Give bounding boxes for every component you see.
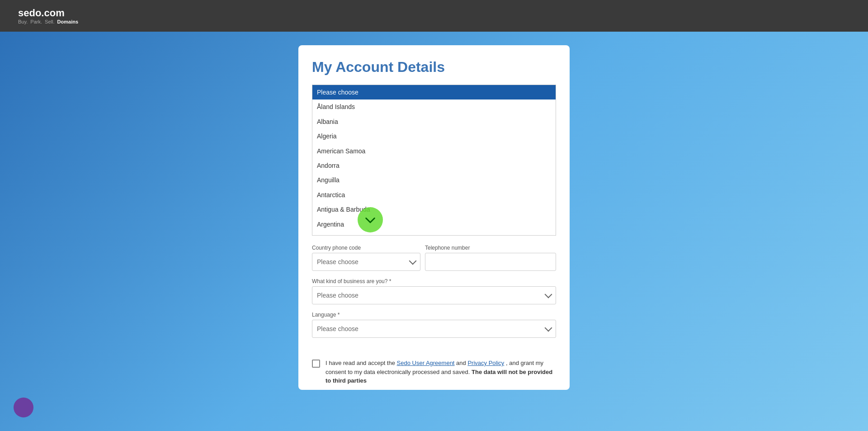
business-type-label: What kind of business are you? * bbox=[312, 278, 556, 284]
header: sedo.com Buy. Park. Sell. Domains bbox=[0, 0, 868, 32]
option-please-choose[interactable]: Please choose bbox=[312, 85, 556, 99]
chevron-down-icon bbox=[545, 291, 552, 298]
option-aland-islands[interactable]: Åland Islands bbox=[312, 99, 556, 114]
phone-code-group: Country phone code Please choose bbox=[312, 245, 420, 271]
logo-tagline: Buy. Park. Sell. Domains bbox=[18, 19, 78, 24]
main-content: My Account Details Please choose Åland I… bbox=[0, 32, 868, 390]
purple-indicator bbox=[14, 398, 33, 417]
option-anguilla[interactable]: Anguilla bbox=[312, 173, 556, 187]
option-albania[interactable]: Albania bbox=[312, 114, 556, 129]
terms-row: I have read and accept the Sedo User Agr… bbox=[312, 359, 556, 385]
logo-domains: Domains bbox=[57, 19, 78, 24]
language-group: Language * Please choose bbox=[312, 312, 556, 338]
phone-number-group: Telephone number bbox=[425, 245, 556, 271]
option-american-samoa[interactable]: American Samoa bbox=[312, 144, 556, 158]
fields-section: Country phone code Please choose Telepho… bbox=[298, 245, 570, 354]
logo-text: sedo.com bbox=[18, 7, 65, 19]
phone-row: Country phone code Please choose Telepho… bbox=[312, 245, 556, 271]
option-armenia[interactable]: Armenia bbox=[312, 232, 556, 235]
page-title: My Account Details bbox=[312, 59, 556, 76]
language-label: Language * bbox=[312, 312, 556, 318]
option-algeria[interactable]: Algeria bbox=[312, 129, 556, 143]
chevron-down-icon bbox=[545, 324, 552, 332]
form-inner: My Account Details Please choose Åland I… bbox=[298, 45, 570, 245]
terms-text-and: and bbox=[456, 360, 467, 366]
logo: sedo.com Buy. Park. Sell. Domains bbox=[18, 7, 78, 24]
terms-text-before: I have read and accept the bbox=[326, 360, 397, 366]
chevron-down-icon bbox=[409, 257, 417, 265]
phone-number-label: Telephone number bbox=[425, 245, 556, 251]
phone-code-select[interactable]: Please choose bbox=[312, 253, 420, 271]
country-dropdown-open[interactable]: Please choose Åland Islands Albania Alge… bbox=[312, 85, 556, 236]
privacy-policy-link[interactable]: Privacy Policy bbox=[467, 360, 504, 366]
country-list[interactable]: Please choose Åland Islands Albania Alge… bbox=[312, 85, 556, 235]
user-agreement-link[interactable]: Sedo User Agreement bbox=[397, 360, 455, 366]
option-argentina[interactable]: Argentina bbox=[312, 217, 556, 232]
option-antigua-barbuda[interactable]: Antigua & Barbuda bbox=[312, 202, 556, 217]
option-andorra[interactable]: Andorra bbox=[312, 158, 556, 173]
phone-code-label: Country phone code bbox=[312, 245, 420, 251]
checkbox-section: I have read and accept the Sedo User Agr… bbox=[298, 354, 570, 390]
business-type-group: What kind of business are you? * Please … bbox=[312, 278, 556, 304]
business-type-select[interactable]: Please choose bbox=[312, 286, 556, 304]
language-value: Please choose bbox=[317, 325, 359, 332]
business-type-value: Please choose bbox=[317, 292, 359, 299]
phone-code-value: Please choose bbox=[317, 258, 359, 265]
form-card: My Account Details Please choose Åland I… bbox=[298, 45, 570, 390]
phone-number-input[interactable] bbox=[425, 253, 556, 271]
option-antarctica[interactable]: Antarctica bbox=[312, 188, 556, 202]
terms-text: I have read and accept the Sedo User Agr… bbox=[326, 359, 556, 385]
terms-checkbox[interactable] bbox=[312, 360, 320, 368]
language-select[interactable]: Please choose bbox=[312, 320, 556, 338]
